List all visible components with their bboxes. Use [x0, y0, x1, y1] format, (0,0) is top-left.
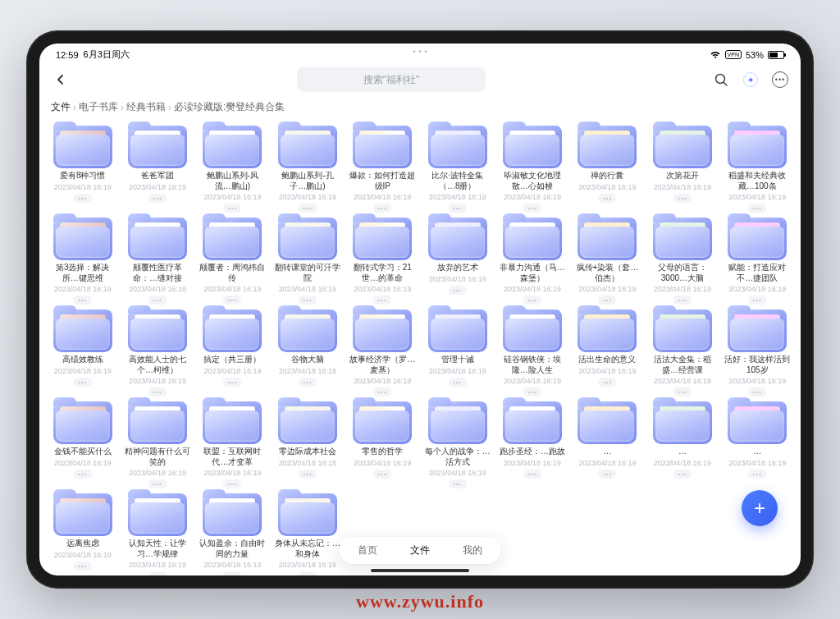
folder-more-button[interactable]: •••: [373, 204, 391, 213]
folder-item[interactable]: 认知盈余：自由时间的力量2023/04/18 16:19•••: [196, 492, 269, 575]
folder-more-button[interactable]: •••: [223, 571, 241, 575]
folder-more-button[interactable]: •••: [748, 296, 766, 305]
folder-item[interactable]: 远离焦虑2023/04/18 16:19•••: [46, 492, 119, 575]
folder-item[interactable]: 稻盛和夫经典收藏…100条2023/04/18 16:19•••: [721, 124, 794, 213]
folder-item[interactable]: 赋能：打造应对不…捷团队2023/04/18 16:19•••: [721, 216, 794, 305]
folder-item[interactable]: 第3选择：解决所…键思维2023/04/18 16:19•••: [46, 216, 119, 305]
folder-item[interactable]: 每个人的战争：…活方式2023/04/18 16:19•••: [421, 400, 494, 488]
folder-more-button[interactable]: •••: [449, 479, 467, 488]
folder-item[interactable]: 谷物大脑2023/04/18 16:19•••: [271, 308, 344, 397]
folder-item[interactable]: 活出生命的意义2023/04/18 16:19•••: [571, 308, 644, 397]
folder-item[interactable]: …2023/04/18 16:19•••: [646, 400, 719, 488]
folder-more-button[interactable]: •••: [673, 387, 692, 397]
folder-item[interactable]: …2023/04/18 16:19•••: [571, 400, 644, 488]
search-icon[interactable]: [712, 71, 730, 89]
spark-icon[interactable]: ✦: [742, 71, 760, 89]
more-menu-icon[interactable]: •••: [771, 71, 789, 89]
tab-files[interactable]: 文件: [410, 543, 430, 557]
folder-item[interactable]: 鲍鹏山系列-孔子…鹏山)2023/04/18 16:19•••: [271, 124, 344, 213]
folder-item[interactable]: 禅的行囊2023/04/18 16:19•••: [571, 124, 644, 213]
folder-item[interactable]: 高绩效教练2023/04/18 16:19•••: [46, 308, 119, 397]
folder-more-button[interactable]: •••: [748, 470, 766, 479]
folder-item[interactable]: 金钱不能买什么2023/04/18 16:19•••: [46, 400, 119, 488]
folder-more-button[interactable]: •••: [223, 204, 241, 213]
folder-item[interactable]: 活法大全集：稻盛…经营课2023/04/18 16:19•••: [646, 308, 719, 397]
folder-item[interactable]: 精神问题有什么可笑的2023/04/18 16:19•••: [121, 400, 194, 488]
breadcrumb-part[interactable]: 电子书库: [79, 100, 118, 114]
folder-more-button[interactable]: •••: [523, 470, 541, 479]
folder-more-button[interactable]: •••: [748, 204, 766, 213]
folder-more-button[interactable]: •••: [74, 296, 92, 305]
folder-more-button[interactable]: •••: [223, 479, 241, 488]
folder-item[interactable]: 故事经济学（罗…麦基）2023/04/18 16:19•••: [346, 308, 419, 397]
folder-item[interactable]: 跑步圣经：…跑故2023/04/18 16:19•••: [495, 400, 568, 488]
folder-more-button[interactable]: •••: [148, 387, 167, 397]
folder-more-button[interactable]: •••: [74, 562, 92, 571]
folder-more-button[interactable]: •••: [74, 378, 92, 387]
folder-more-button[interactable]: •••: [373, 296, 391, 305]
folder-more-button[interactable]: •••: [598, 194, 616, 203]
folder-more-button[interactable]: •••: [523, 296, 541, 305]
folder-item[interactable]: 翻转课堂的可汗学院2023/04/18 16:19•••: [271, 216, 344, 305]
folder-more-button[interactable]: •••: [299, 571, 317, 575]
folder-more-button[interactable]: •••: [449, 286, 467, 295]
folder-more-button[interactable]: •••: [148, 479, 167, 488]
folder-more-button[interactable]: •••: [223, 296, 241, 305]
folder-item[interactable]: 活好：我这样活到105岁2023/04/18 16:19•••: [721, 308, 794, 397]
folder-more-button[interactable]: •••: [299, 378, 317, 387]
folder-item[interactable]: 爱有8种习惯2023/04/18 16:19•••: [46, 124, 119, 213]
folder-more-button[interactable]: •••: [449, 378, 467, 387]
folder-more-button[interactable]: •••: [598, 470, 616, 479]
tab-me[interactable]: 我的: [463, 543, 482, 557]
folder-more-button[interactable]: •••: [449, 204, 467, 213]
folder-item[interactable]: 硅谷钢铁侠：埃隆…险人生2023/04/18 16:19•••: [495, 308, 568, 397]
folder-more-button[interactable]: •••: [299, 296, 317, 305]
folder-more-button[interactable]: •••: [74, 194, 92, 203]
add-button[interactable]: +: [742, 490, 778, 526]
folder-item[interactable]: 非暴力沟通（马…森堡）2023/04/18 16:19•••: [495, 216, 568, 305]
folder-more-button[interactable]: •••: [523, 387, 541, 397]
breadcrumb-part[interactable]: 必读珍藏版:樊登经典合集: [174, 100, 285, 114]
search-input[interactable]: 搜索"福利社": [297, 67, 486, 92]
folder-item[interactable]: …2023/04/18 16:19•••: [721, 400, 794, 488]
folder-item[interactable]: 鲍鹏山系列-风流…鹏山)2023/04/18 16:19•••: [196, 124, 269, 213]
folder-more-button[interactable]: •••: [598, 296, 616, 305]
folder-more-button[interactable]: •••: [148, 296, 167, 305]
breadcrumb[interactable]: 文件 › 电子书库 › 经典书籍 › 必读珍藏版:樊登经典合集: [39, 97, 801, 121]
folder-more-button[interactable]: •••: [223, 378, 241, 387]
folder-item[interactable]: 父母的语言：3000…大脑2023/04/18 16:19•••: [646, 216, 719, 305]
folder-item[interactable]: 零售的哲学2023/04/18 16:19•••: [346, 400, 419, 488]
folder-item[interactable]: 颠覆者：周鸿祎自传2023/04/18 16:19•••: [196, 216, 269, 305]
folder-more-button[interactable]: •••: [373, 387, 391, 397]
folder-more-button[interactable]: •••: [148, 571, 167, 575]
folder-item[interactable]: 颠覆性医疗革命：…缝对接2023/04/18 16:19•••: [121, 216, 194, 305]
folder-item[interactable]: 联盟：互联网时代…才变革2023/04/18 16:19•••: [196, 400, 269, 488]
folder-more-button[interactable]: •••: [598, 378, 616, 387]
folder-more-button[interactable]: •••: [673, 194, 692, 203]
breadcrumb-part[interactable]: 经典书籍: [126, 100, 166, 114]
folder-item[interactable]: 放弃的艺术2023/04/18 16:19•••: [421, 216, 494, 305]
tab-home[interactable]: 首页: [358, 543, 377, 557]
folder-item[interactable]: 毕淑敏文化地理散…心如梭2023/04/18 16:19•••: [495, 124, 568, 213]
folder-more-button[interactable]: •••: [74, 470, 92, 479]
folder-item[interactable]: 疯传+染装（套…伯杰）2023/04/18 16:19•••: [571, 216, 644, 305]
back-button[interactable]: [51, 70, 71, 89]
folder-more-button[interactable]: •••: [148, 194, 167, 203]
folder-more-button[interactable]: •••: [673, 470, 692, 479]
folder-more-button[interactable]: •••: [748, 387, 766, 397]
folder-item[interactable]: 管理十诫2023/04/18 16:19•••: [421, 308, 494, 397]
folder-more-button[interactable]: •••: [523, 204, 541, 213]
folder-item[interactable]: 次第花开2023/04/18 16:19•••: [646, 124, 719, 213]
folder-more-button[interactable]: •••: [299, 204, 317, 213]
folder-item[interactable]: 爆款：如何打造超级IP2023/04/18 16:19•••: [346, 124, 419, 213]
folder-item[interactable]: 认知天性：让学习…学规律2023/04/18 16:19•••: [121, 492, 194, 575]
folder-item[interactable]: 爸爸军团2023/04/18 16:19•••: [121, 124, 194, 213]
folder-more-button[interactable]: •••: [673, 296, 692, 305]
folder-item[interactable]: 高效能人士的七个…柯维）2023/04/18 16:19•••: [121, 308, 194, 397]
folder-item[interactable]: 身体从未忘记：…和身体2023/04/18 16:19•••: [271, 492, 344, 575]
folder-more-button[interactable]: •••: [373, 470, 391, 479]
folder-item[interactable]: 搞定（共三册）2023/04/18 16:19•••: [196, 308, 269, 397]
folder-item[interactable]: 比尔·波特全集（…8册）2023/04/18 16:19•••: [421, 124, 494, 213]
breadcrumb-root[interactable]: 文件: [51, 100, 71, 114]
folder-item[interactable]: 零边际成本社会2023/04/18 16:18•••: [271, 400, 344, 488]
